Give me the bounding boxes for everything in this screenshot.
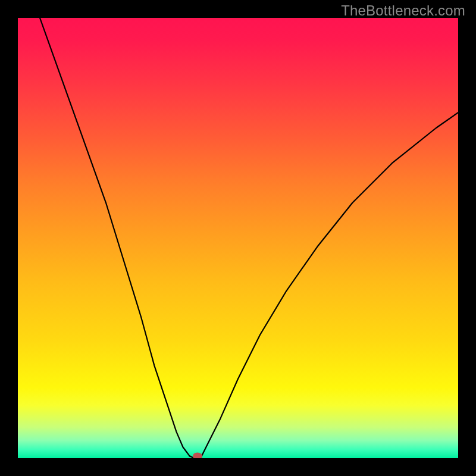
optimal-marker xyxy=(193,452,202,458)
curve-left-path xyxy=(40,18,190,456)
watermark-text: TheBottleneck.com xyxy=(341,2,465,19)
figure-container: TheBottleneck.com xyxy=(0,0,476,476)
curve-layer xyxy=(18,18,458,458)
curve-right-path xyxy=(201,112,458,458)
plot-area xyxy=(18,18,458,458)
